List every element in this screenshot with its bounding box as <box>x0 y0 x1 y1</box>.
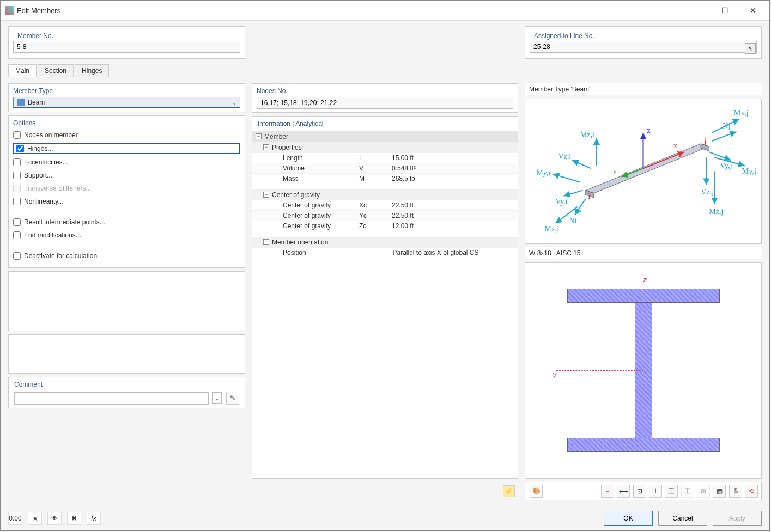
app-icon <box>5 6 14 15</box>
pick-line-button[interactable]: ↖ <box>745 43 756 54</box>
info-analytical-section: Information | Analytical − Member − Prop… <box>252 116 518 479</box>
member-no-panel: Member No. <box>8 26 245 59</box>
option-label: Nodes on member <box>24 131 78 139</box>
beam-3d-preview: z y x i Mz,i Vz,i My,i Vy <box>525 99 762 244</box>
svg-line-25 <box>712 132 736 141</box>
axis-y-label: y <box>553 370 557 378</box>
member-no-label: Member No. <box>13 30 240 41</box>
svg-text:Vz,j: Vz,j <box>701 187 714 196</box>
nodes-no-label: Nodes No. <box>257 87 513 95</box>
cog-row-z: Center of gravity Zc 12.00 ft <box>252 221 518 231</box>
option-deactivate[interactable]: Deactivate for calculation <box>13 251 240 261</box>
option-label: Support... <box>24 172 52 179</box>
beam-preview-label: Member Type 'Beam' <box>525 83 762 95</box>
checkbox-support[interactable] <box>13 172 21 179</box>
assigned-line-panel: Assigned to Line No. ↖ <box>525 26 762 59</box>
svg-text:j: j <box>703 137 706 145</box>
cog-row-y: Center of gravity Yc 22.50 ft <box>252 211 518 221</box>
svg-text:Mz,i: Mz,i <box>580 130 594 139</box>
support-icon[interactable]: ⊥ <box>649 485 662 498</box>
info-toggle-button[interactable]: ⚡ <box>503 485 515 497</box>
svg-text:Ni: Ni <box>569 216 577 225</box>
axes-icon[interactable]: ⌐ <box>601 485 614 498</box>
minimize-button[interactable]: — <box>684 3 708 18</box>
options-label: Options <box>13 119 240 127</box>
nodes-no-input[interactable] <box>257 97 513 109</box>
option-label: Hinges... <box>27 145 53 152</box>
tab-main[interactable]: Main <box>8 64 37 77</box>
section-icon[interactable]: 工 <box>665 485 678 498</box>
render-mode-button[interactable]: 🎨 <box>530 485 543 498</box>
window-title: Edit Members <box>17 7 684 15</box>
function-icon[interactable]: fx <box>87 512 101 525</box>
checkbox-end-modifications[interactable] <box>13 231 21 239</box>
svg-line-16 <box>563 191 582 196</box>
tree-center-of-gravity[interactable]: − Center of gravity <box>252 189 518 200</box>
checkbox-eccentricities[interactable] <box>13 158 21 166</box>
maximize-button[interactable]: ☐ <box>713 3 737 18</box>
member-type-section: Member Type Beam ⌄ <box>8 83 245 112</box>
option-label: End modifications... <box>24 231 81 239</box>
tree-properties[interactable]: − Properties <box>252 142 518 153</box>
comment-input[interactable] <box>14 392 209 405</box>
tab-hinges[interactable]: Hinges <box>75 64 109 77</box>
favorites-icon[interactable]: ★ <box>28 512 42 525</box>
print-icon[interactable]: 🖶 <box>729 485 742 498</box>
titlebar: Edit Members — ☐ ✕ <box>1 1 769 21</box>
collapse-icon[interactable]: − <box>263 144 269 150</box>
dialog-footer: 0.00 ★ 👁 ✖ fx OK Cancel Apply <box>1 506 769 530</box>
collapse-icon[interactable]: − <box>263 239 269 245</box>
preview-toolbar: 🎨 ⌐ ⟷ ⊡ ⊥ 工 工 ⊞ ▦ 🖶 ⟲ <box>525 482 762 501</box>
ok-button[interactable]: OK <box>604 511 653 526</box>
svg-text:i: i <box>588 192 591 200</box>
svg-line-7 <box>643 152 685 168</box>
option-nodes-on-member[interactable]: Nodes on member <box>13 130 240 140</box>
dimension-icon[interactable]: ⟷ <box>617 485 630 498</box>
prop-row-mass: Mass M 268.5 lb <box>252 174 518 184</box>
option-support[interactable]: Support... <box>13 170 240 180</box>
section-preview-label: W 8x18 | AISC 15 <box>525 247 762 259</box>
member-type-dropdown[interactable]: Beam ⌄ <box>13 97 240 108</box>
checkbox-nodes-on-member[interactable] <box>13 131 21 139</box>
chevron-down-icon: ⌄ <box>232 100 236 106</box>
comment-dropdown-button[interactable]: ⌄ <box>212 392 222 404</box>
member-type-label: Member Type <box>13 87 240 95</box>
option-end-modifications[interactable]: End modifications... <box>13 230 240 240</box>
apply-button: Apply <box>713 511 762 526</box>
flange-bot <box>567 438 720 452</box>
option-result-intermediate[interactable]: Result intermediate points... <box>13 217 240 227</box>
reset-icon[interactable]: ⟲ <box>745 485 758 498</box>
flange-top <box>567 289 720 303</box>
options-section: Options Nodes on member Hinges... Ecc <box>8 115 245 268</box>
option-eccentricities[interactable]: Eccentricities... <box>13 157 240 167</box>
close-button[interactable]: ✕ <box>741 3 765 18</box>
tab-section[interactable]: Section <box>38 64 74 77</box>
option-label: Transverse Stiffeners... <box>24 185 91 192</box>
assigned-line-input[interactable] <box>530 41 757 53</box>
member-no-input[interactable] <box>13 41 240 53</box>
left-spacer-panel-2 <box>8 334 245 374</box>
delete-icon[interactable]: ✖ <box>67 512 81 525</box>
checkbox-nonlinearity[interactable] <box>13 198 21 205</box>
svg-text:Vy,i: Vy,i <box>555 197 567 206</box>
units-icon[interactable]: 0.00 <box>8 512 22 525</box>
option-nonlinearity[interactable]: Nonlinearity... <box>13 197 240 206</box>
svg-text:Mx,j: Mx,j <box>734 108 749 117</box>
cancel-button[interactable]: Cancel <box>658 511 707 526</box>
grid-icon[interactable]: ▦ <box>713 485 726 498</box>
view-icon[interactable]: 👁 <box>47 512 62 525</box>
checkbox-result-intermediate[interactable] <box>13 218 21 226</box>
node-icon[interactable]: ⊡ <box>633 485 646 498</box>
option-label: Eccentricities... <box>24 158 68 166</box>
collapse-icon[interactable]: − <box>256 133 262 139</box>
tree-member[interactable]: − Member <box>252 131 518 142</box>
prop-row-volume: Volume V 0.548 ft³ <box>252 163 518 174</box>
checkbox-hinges[interactable] <box>16 145 24 152</box>
svg-text:Nj: Nj <box>723 121 731 130</box>
svg-text:y: y <box>613 167 617 175</box>
checkbox-deactivate[interactable] <box>13 252 21 260</box>
tree-orientation[interactable]: − Member orientation <box>252 237 518 248</box>
collapse-icon[interactable]: − <box>263 192 269 198</box>
option-hinges[interactable]: Hinges... <box>13 143 240 154</box>
comment-edit-button[interactable]: ✎ <box>226 392 239 405</box>
